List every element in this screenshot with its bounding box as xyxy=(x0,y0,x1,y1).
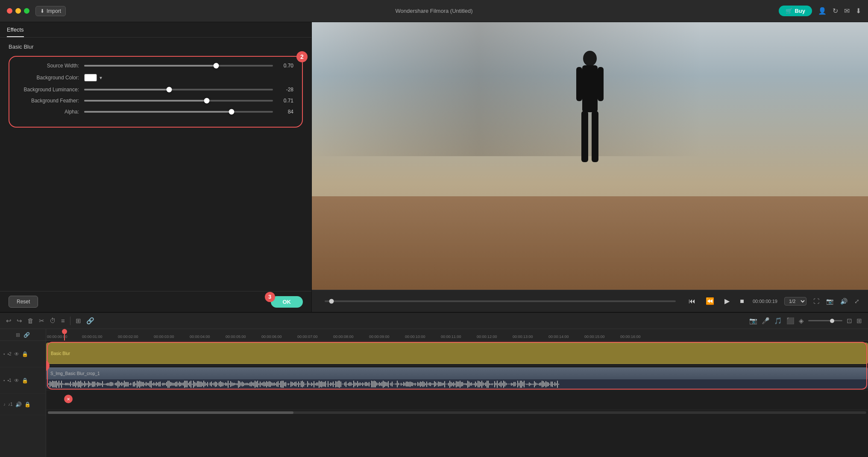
effect-track-row: Basic Blur xyxy=(46,341,868,366)
close-button[interactable] xyxy=(7,8,12,14)
snapshot-icon[interactable]: 📷 xyxy=(826,298,833,305)
fullscreen-icon[interactable]: ⛶ xyxy=(813,298,819,305)
undo-icon[interactable]: ↩ xyxy=(6,317,12,325)
effect-settings-box: 2 Source Width: 0.70 Background Color: xyxy=(9,56,303,128)
play-back-button[interactable]: ⏪ xyxy=(704,296,716,306)
account-icon[interactable]: 👤 xyxy=(818,7,827,15)
import-button[interactable]: ⬇ Import xyxy=(35,6,66,16)
v1-eye-icon[interactable]: 👁 xyxy=(14,378,19,384)
layers-icon[interactable]: ⬛ xyxy=(786,317,795,325)
effect-clip[interactable]: Basic Blur xyxy=(46,343,868,364)
refresh-icon[interactable]: ↻ xyxy=(833,7,838,15)
background-luminance-row: Background Luminance: -28 xyxy=(18,87,293,93)
bg-luminance-label: Background Luminance: xyxy=(18,87,84,93)
maximize-button[interactable] xyxy=(24,8,29,14)
v2-eye-icon[interactable]: 👁 xyxy=(14,351,19,357)
waveform-bars xyxy=(46,379,868,389)
video-track-row: S_Img_Basic Blur_crop_1 xyxy=(46,366,868,390)
time-16: 00:00:16:00 xyxy=(620,335,641,339)
timeline-section: ↩ ↪ 🗑 ✂ ⏱ ≡ ⊞ 🔗 📷 🎤 🎵 ⬛ ◈ ⊡ ⊞ ⊞ 🔗 xyxy=(0,312,868,457)
tab-effects[interactable]: Effects xyxy=(7,26,24,37)
volume-icon[interactable]: 🔊 xyxy=(840,298,847,305)
cart-icon: 🛒 xyxy=(786,8,792,14)
bg-feather-value: 0.71 xyxy=(273,98,293,104)
seek-thumb[interactable] xyxy=(329,299,334,303)
scrollbar-track[interactable] xyxy=(48,411,866,414)
track-label-v2: ▪ ▪2 👁 🔒 xyxy=(0,341,46,367)
v1-label: ▪1 xyxy=(8,378,12,383)
minimize-button[interactable] xyxy=(15,8,21,14)
background-color-row: Background Color: ▼ xyxy=(18,74,293,82)
zoom-slider[interactable] xyxy=(808,320,842,321)
step-2-badge: 2 xyxy=(296,51,308,62)
stop-button[interactable]: ■ xyxy=(738,297,746,306)
timeline-scrollbar[interactable] xyxy=(46,410,868,415)
v2-lock-icon[interactable]: 🔒 xyxy=(22,351,28,357)
fit-icon[interactable]: ⊡ xyxy=(847,317,852,325)
reset-button[interactable]: Reset xyxy=(9,296,38,308)
audio-waveform xyxy=(46,379,868,389)
main-layout: Effects Basic Blur 2 Source Width: 0.70 … xyxy=(0,22,868,312)
mail-icon[interactable]: ✉ xyxy=(844,7,850,15)
timeline-right-controls: 📷 🎤 🎵 ⬛ ◈ ⊡ ⊞ xyxy=(749,317,862,325)
expand-icon[interactable]: ⤢ xyxy=(854,298,859,305)
background-feather-row: Background Feather: 0.71 xyxy=(18,98,293,104)
a1-lock-icon[interactable]: 🔒 xyxy=(24,402,31,408)
highlighted-tracks: 1 Basic Blur S_Img_Basic Blur_crop_1 xyxy=(46,341,868,390)
time-13: 00:00:13:00 xyxy=(513,335,533,339)
buy-button[interactable]: 🛒 Buy xyxy=(779,6,812,16)
timecode: 00:00:00:19 xyxy=(753,299,777,304)
time-5: 00:00:05:00 xyxy=(226,335,246,339)
keyframe-icon[interactable]: ◈ xyxy=(799,317,804,325)
svg-rect-4 xyxy=(581,111,588,162)
v2-label: ▪2 xyxy=(8,352,12,356)
delete-icon[interactable]: 🗑 xyxy=(27,317,34,324)
voice-icon[interactable]: 🎵 xyxy=(774,317,782,325)
video-clip[interactable]: S_Img_Basic Blur_crop_1 xyxy=(46,367,868,389)
redo-icon[interactable]: ↪ xyxy=(17,317,22,325)
history-icon[interactable]: ⏱ xyxy=(50,317,56,324)
corner-icon: ⊞ xyxy=(16,332,20,338)
color-box[interactable] xyxy=(84,74,97,82)
time-1: 00:00:01:00 xyxy=(82,335,103,339)
bg-color-swatch[interactable]: ▼ xyxy=(84,74,103,82)
timeline-content: ⊞ 🔗 ▪ ▪2 👁 🔒 ▪ ▪1 👁 🔒 ♪ ♪1 🔊 xyxy=(0,329,868,457)
titlebar-right: 🛒 Buy 👤 ↻ ✉ ⬇ xyxy=(779,6,861,16)
bottom-bar: Reset 3 OK xyxy=(0,291,311,312)
v1-video-icon: ▪ xyxy=(3,378,5,383)
alpha-label: Alpha: xyxy=(18,109,84,115)
ok-button[interactable]: OK xyxy=(271,296,303,308)
svg-rect-1 xyxy=(582,65,598,112)
bg-luminance-slider[interactable] xyxy=(84,89,273,90)
list-icon[interactable]: ≡ xyxy=(61,317,65,324)
v1-lock-icon[interactable]: 🔒 xyxy=(22,378,28,384)
video-clip-label: S_Img_Basic Blur_crop_1 xyxy=(50,371,100,376)
time-9: 00:00:09:00 xyxy=(369,335,390,339)
effects-tab: Effects xyxy=(0,22,311,38)
v2-video-icon: ▪ xyxy=(3,352,5,356)
cut-icon[interactable]: ✂ xyxy=(39,317,44,325)
a1-volume-icon[interactable]: 🔊 xyxy=(15,402,22,408)
step-back-button[interactable]: ⏮ xyxy=(687,297,697,306)
grid-icon[interactable]: ⊞ xyxy=(856,317,862,325)
quality-select[interactable]: 1/2 1/4 Full xyxy=(784,297,806,306)
camera2-icon[interactable]: 📷 xyxy=(749,317,757,325)
source-width-label: Source Width: xyxy=(18,63,84,69)
alpha-value: 84 xyxy=(273,109,293,115)
zoom-thumb[interactable] xyxy=(830,319,834,323)
track-label-a1: ♪ ♪1 🔊 🔒 xyxy=(0,394,46,415)
mic-icon[interactable]: 🎤 xyxy=(762,317,770,325)
window-controls xyxy=(7,8,29,14)
bg-feather-slider[interactable] xyxy=(84,100,273,102)
layout-icon[interactable]: ⊞ xyxy=(76,317,81,325)
seek-bar[interactable] xyxy=(325,300,676,302)
scrollbar-thumb[interactable] xyxy=(48,411,293,414)
play-button[interactable]: ▶ xyxy=(723,296,731,306)
download-icon[interactable]: ⬇ xyxy=(856,7,861,15)
track-labels: ⊞ 🔗 ▪ ▪2 👁 🔒 ▪ ▪1 👁 🔒 ♪ ♪1 🔊 xyxy=(0,329,46,457)
source-width-slider[interactable] xyxy=(84,65,273,67)
alpha-slider[interactable] xyxy=(84,111,273,113)
lock-icon[interactable]: 🔗 xyxy=(86,317,94,325)
playback-cursor[interactable] xyxy=(64,329,65,341)
time-4: 00:00:04:00 xyxy=(190,335,210,339)
